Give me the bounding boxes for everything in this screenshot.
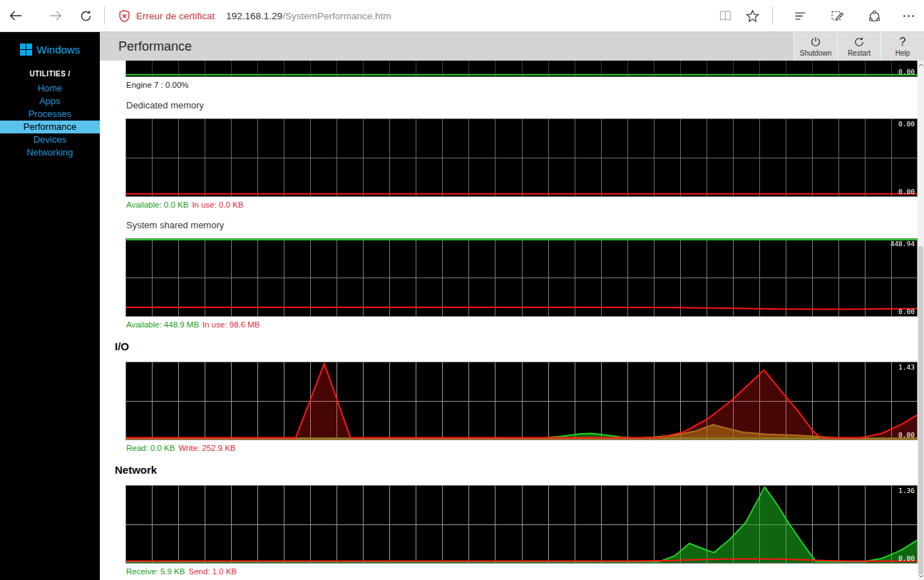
chart-canvas-dedicated-memory: 0.000.00 bbox=[125, 118, 918, 197]
browser-toolbar: Erreur de certificat 192.168.1.29/System… bbox=[0, 0, 924, 32]
certificate-error-label: Erreur de certificat bbox=[136, 11, 215, 21]
chart-dedicated-memory: 0.000.00 bbox=[125, 118, 918, 197]
toolbar-divider bbox=[104, 6, 105, 25]
windows-brand: Windows bbox=[0, 32, 100, 64]
sidebar-item-performance[interactable]: Performance bbox=[0, 121, 100, 133]
reading-view-icon bbox=[718, 9, 733, 24]
chart-caption-gpu-engine-7: Engine 7 : 0.00% bbox=[126, 80, 918, 90]
share-icon bbox=[867, 9, 882, 24]
scroll-down-icon[interactable] bbox=[918, 571, 924, 580]
section-heading-network: Network bbox=[115, 464, 918, 477]
page-title: Performance bbox=[100, 39, 192, 54]
web-note-button[interactable] bbox=[826, 4, 848, 27]
windows-logo-icon bbox=[20, 44, 32, 56]
certificate-error-badge[interactable]: Erreur de certificat bbox=[118, 9, 215, 23]
chart-gpu-engine-7: 0.00 bbox=[125, 61, 918, 77]
more-icon bbox=[901, 9, 916, 24]
axis-min-label: 0.00 bbox=[898, 554, 915, 562]
vertical-scrollbar[interactable] bbox=[918, 61, 924, 580]
back-icon bbox=[8, 8, 24, 24]
chart-canvas-gpu-engine-7: 0.00 bbox=[125, 61, 918, 77]
axis-min-label: 0.00 bbox=[898, 431, 915, 439]
sidebar: Windows UTILITIES / Home Apps Processes … bbox=[0, 32, 100, 580]
caption-part: In use: 98.6 MB bbox=[202, 320, 260, 329]
brand-label: Windows bbox=[37, 44, 81, 56]
chart-system-shared-memory: 448.940.00 bbox=[125, 238, 918, 317]
caption-part: Read: 0.0 KB bbox=[126, 444, 175, 452]
chart-canvas-network: 1.360.00 bbox=[125, 485, 918, 564]
caption-part: Available: 0.0 KB bbox=[126, 200, 188, 209]
chart-network: 1.360.00 bbox=[125, 485, 918, 564]
chart-caption-system-shared-memory: Available: 448.9 MBIn use: 98.6 MB bbox=[126, 320, 918, 330]
hub-icon bbox=[793, 9, 808, 24]
axis-max-label: 1.43 bbox=[898, 363, 915, 371]
restart-button[interactable]: Restart bbox=[837, 32, 881, 61]
sidebar-item-home[interactable]: Home bbox=[0, 82, 100, 95]
refresh-button[interactable] bbox=[74, 4, 97, 27]
page-header: Performance Shutdown Restart bbox=[100, 32, 924, 61]
chart-canvas-io: 1.430.00 bbox=[125, 362, 918, 440]
axis-min-label: 0.00 bbox=[898, 68, 915, 76]
help-icon: ? bbox=[900, 36, 906, 49]
chart-caption-network: Receive: 5.9 KBSend: 1.0 KB bbox=[126, 566, 918, 576]
section-heading-io: I/O bbox=[115, 340, 918, 353]
help-label: Help bbox=[895, 49, 910, 57]
chart-canvas-system-shared-memory: 448.940.00 bbox=[125, 238, 918, 317]
power-icon bbox=[809, 36, 822, 49]
shutdown-label: Shutdown bbox=[800, 49, 831, 57]
chart-title-system-shared-memory: System shared memory bbox=[126, 220, 918, 231]
sidebar-section-label: UTILITIES / bbox=[0, 70, 100, 78]
chart-io: 1.430.00 bbox=[125, 362, 918, 440]
scrollbar-thumb[interactable] bbox=[918, 246, 923, 574]
url-host: 192.168.1.29 bbox=[226, 11, 282, 21]
caption-part: Available: 448.9 MB bbox=[126, 320, 199, 329]
scroll-up-icon[interactable] bbox=[918, 61, 924, 69]
caption-part: In use: 0.0 KB bbox=[192, 200, 243, 209]
share-button[interactable] bbox=[863, 4, 885, 27]
reading-view-button[interactable] bbox=[714, 4, 736, 27]
address-bar[interactable]: 192.168.1.29/SystemPerformance.htm bbox=[226, 11, 714, 21]
axis-min-label: 0.00 bbox=[898, 188, 915, 195]
forward-button[interactable] bbox=[44, 4, 67, 27]
favorites-button[interactable] bbox=[741, 4, 764, 27]
axis-max-label: 1.36 bbox=[898, 487, 915, 494]
caption-part: Engine 7 : 0.00% bbox=[126, 81, 189, 89]
axis-min-label: 0.00 bbox=[898, 307, 915, 315]
help-button[interactable]: ? Help bbox=[881, 32, 924, 61]
sidebar-item-processes[interactable]: Processes bbox=[0, 108, 100, 121]
refresh-icon bbox=[78, 9, 93, 24]
caption-part: Receive: 5.9 KB bbox=[126, 567, 185, 576]
web-note-icon bbox=[830, 9, 845, 24]
chart-title-dedicated-memory: Dedicated memory bbox=[126, 100, 918, 111]
axis-max-label: 448.94 bbox=[890, 240, 915, 248]
performance-charts-area: 0.00Engine 7 : 0.00%Dedicated memory0.00… bbox=[100, 61, 924, 580]
restart-icon bbox=[853, 36, 866, 49]
caption-part: Write: 252.9 KB bbox=[178, 444, 235, 452]
favorites-star-icon bbox=[745, 9, 760, 24]
forward-icon bbox=[48, 8, 63, 24]
cert-shield-icon bbox=[118, 9, 131, 23]
sidebar-item-devices[interactable]: Devices bbox=[0, 133, 100, 146]
toolbar-divider bbox=[772, 6, 773, 25]
chart-caption-dedicated-memory: Available: 0.0 KBIn use: 0.0 KB bbox=[126, 200, 918, 210]
axis-max-label: 0.00 bbox=[898, 120, 915, 128]
back-button[interactable] bbox=[4, 4, 27, 27]
hub-button[interactable] bbox=[789, 4, 811, 27]
chart-caption-io: Read: 0.0 KBWrite: 252.9 KB bbox=[126, 443, 918, 453]
url-path: /SystemPerformance.htm bbox=[282, 11, 391, 21]
restart-label: Restart bbox=[848, 49, 871, 57]
more-button[interactable] bbox=[897, 4, 920, 27]
shutdown-button[interactable]: Shutdown bbox=[794, 32, 837, 61]
sidebar-item-networking[interactable]: Networking bbox=[0, 146, 100, 159]
sidebar-item-apps[interactable]: Apps bbox=[0, 95, 100, 108]
caption-part: Send: 1.0 KB bbox=[188, 567, 237, 576]
